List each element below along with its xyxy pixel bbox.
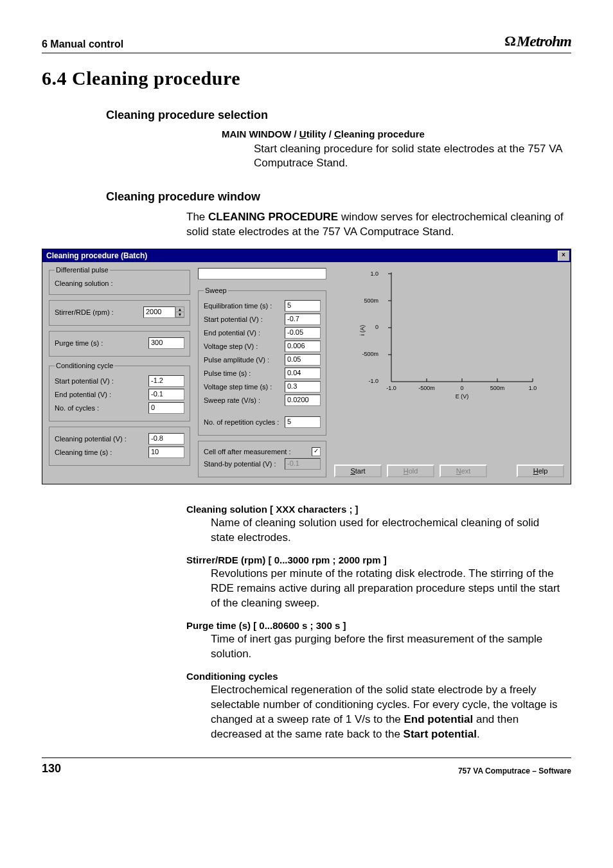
srate-value[interactable]: 0.0200: [285, 394, 321, 406]
cond-cycles-label: No. of cycles :: [55, 404, 99, 412]
help-button[interactable]: Help: [517, 465, 564, 477]
standby-label: Stand-by potential (V) :: [204, 460, 276, 468]
clean-pot-label: Cleaning potential (V) :: [55, 435, 127, 443]
spin-down-icon[interactable]: ▼: [176, 312, 184, 317]
stirrer-value[interactable]: 2000: [143, 306, 175, 318]
clean-time-label: Cleaning time (s) :: [55, 448, 112, 456]
xtick-3: 500m: [490, 385, 505, 391]
srate-label: Sweep rate (V/s) :: [204, 396, 260, 404]
stirrer-stepper[interactable]: 2000 ▲▼: [143, 306, 184, 318]
ytick-2: 0: [375, 324, 378, 330]
cond-end-value[interactable]: -0.1: [148, 389, 184, 400]
voltammogram-plot: 1.0 500m 0 -500m -1.0 -1.0: [334, 266, 564, 401]
param-title: Stirrer/RDE (rpm) [ 0...3000 rpm ; 2000 …: [186, 554, 565, 565]
cleaning-solution-label: Cleaning solution :: [55, 279, 113, 287]
cond-legend: Conditioning cycle: [55, 362, 114, 369]
pamp-label: Pulse amplitude (V) :: [204, 356, 269, 364]
selection-description: Start cleaning procedure for solid state…: [42, 142, 571, 172]
param-desc: Time of inert gas purging before the fir…: [186, 632, 565, 662]
page-header: 6 Manual control ΩMetrohm: [42, 32, 571, 53]
page-number: 130: [42, 762, 61, 775]
param-title: Cleaning solution [ XXX characters ; ]: [186, 504, 565, 515]
param-cleaning-solution: Cleaning solution [ XXX characters ; ] N…: [42, 504, 571, 545]
window-description: The CLEANING PROCEDURE window serves for…: [42, 210, 571, 240]
xtick-2: 0: [460, 385, 463, 391]
sw-start-value[interactable]: -0.7: [285, 314, 321, 325]
celloff-checkbox[interactable]: ✓: [312, 447, 321, 456]
param-desc: Name of cleaning solution used for elect…: [186, 516, 565, 545]
sweep-legend: Sweep: [204, 287, 228, 294]
pamp-value[interactable]: 0.05: [285, 354, 321, 366]
subsection-selection: Cleaning procedure selection: [42, 109, 571, 122]
rep-value[interactable]: 5: [285, 416, 321, 428]
vst-label: Voltage step time (s) :: [204, 383, 272, 391]
next-button[interactable]: Next: [440, 465, 487, 477]
bottom-group: Cell off after measurement : ✓ Stand-by …: [198, 441, 326, 477]
brand-logo: ΩMetrohm: [504, 32, 571, 50]
param-title: Purge time (s) [ 0...80600 s ; 300 s ]: [186, 620, 565, 631]
xtick-1: -500m: [418, 385, 435, 391]
cond-start-label: Start potential (V) :: [55, 377, 114, 385]
param-conditioning: Conditioning cycles Electrochemical rege…: [42, 671, 571, 742]
cond-cycles-value[interactable]: 0: [148, 402, 184, 414]
vstep-label: Voltage step (V) :: [204, 342, 258, 350]
ylabel: i (A): [359, 325, 366, 336]
celloff-label: Cell off after measurement :: [204, 448, 291, 456]
param-title: Conditioning cycles: [186, 671, 565, 682]
differential-pulse-group: Differential pulse Cleaning solution :: [49, 266, 190, 295]
cond-start-value[interactable]: -1.2: [148, 375, 184, 387]
param-desc: Revolutions per minute of the rotating d…: [186, 567, 565, 611]
dp-legend: Differential pulse: [55, 266, 110, 274]
close-icon[interactable]: ×: [558, 251, 569, 261]
standby-value: -0.1: [285, 458, 321, 470]
eq-label: Equilibration time (s) :: [204, 302, 272, 310]
footer-right: 757 VA Computrace – Software: [458, 766, 571, 775]
ptime-label: Pulse time (s) :: [204, 369, 251, 377]
subsection-window: Cleaning procedure window: [42, 190, 571, 204]
eq-value[interactable]: 5: [285, 300, 321, 312]
param-purge: Purge time (s) [ 0...80600 s ; 300 s ] T…: [42, 620, 571, 662]
stirrer-label: Stirrer/RDE (rpm) :: [55, 308, 114, 316]
cleaning-solution-input[interactable]: [198, 268, 326, 279]
dialog-buttons: Start Hold Next Help: [334, 465, 564, 477]
sw-end-label: End potential (V) :: [204, 329, 260, 337]
dialog-title: Cleaning procedure (Batch): [46, 251, 147, 260]
cleaning-procedure-dialog: Cleaning procedure (Batch) × Differentia…: [42, 249, 571, 484]
param-desc: Electrochemical regeneration of the soli…: [186, 683, 565, 742]
purge-value[interactable]: 300: [148, 337, 184, 349]
cond-end-label: End potential (V) :: [55, 391, 111, 398]
hold-button[interactable]: Hold: [387, 465, 434, 477]
cleaning-group: Cleaning potential (V) : -0.8 Cleaning t…: [49, 427, 190, 466]
page-footer: 130 757 VA Computrace – Software: [42, 757, 571, 775]
spin-up-icon[interactable]: ▲: [176, 307, 184, 312]
clean-time-value[interactable]: 10: [148, 447, 184, 458]
xtick-4: 1.0: [529, 385, 537, 391]
ytick-0: -1.0: [368, 378, 378, 384]
vstep-value[interactable]: 0.006: [285, 341, 321, 352]
sweep-group: Sweep Equilibration time (s) :5 Start po…: [198, 287, 326, 436]
vst-value[interactable]: 0.3: [285, 381, 321, 393]
sw-start-label: Start potential (V) :: [204, 315, 263, 323]
clean-pot-value[interactable]: -0.8: [148, 433, 184, 445]
dialog-titlebar[interactable]: Cleaning procedure (Batch) ×: [42, 249, 571, 262]
ytick-3: 500m: [364, 297, 378, 304]
ytick-4: 1.0: [370, 270, 378, 277]
ptime-value[interactable]: 0.04: [285, 368, 321, 379]
xtick-0: -1.0: [386, 385, 396, 391]
menu-path: MAIN WINDOW / Utility / Cleaning procedu…: [42, 128, 571, 139]
param-stirrer: Stirrer/RDE (rpm) [ 0...3000 rpm ; 2000 …: [42, 554, 571, 611]
purge-label: Purge time (s) :: [55, 339, 103, 347]
start-button[interactable]: Start: [334, 465, 382, 477]
chapter-label: 6 Manual control: [42, 39, 123, 50]
xlabel: E (V): [456, 393, 469, 400]
rep-label: No. of repetition cycles :: [204, 418, 279, 426]
section-heading: 6.4 Cleaning procedure: [42, 67, 571, 89]
ytick-1: -500m: [362, 351, 378, 357]
sw-end-value[interactable]: -0.05: [285, 327, 321, 339]
purge-group: Purge time (s) : 300: [49, 331, 190, 357]
conditioning-cycle-group: Conditioning cycle Start potential (V) :…: [49, 362, 190, 421]
stirrer-group: Stirrer/RDE (rpm) : 2000 ▲▼: [49, 300, 190, 326]
